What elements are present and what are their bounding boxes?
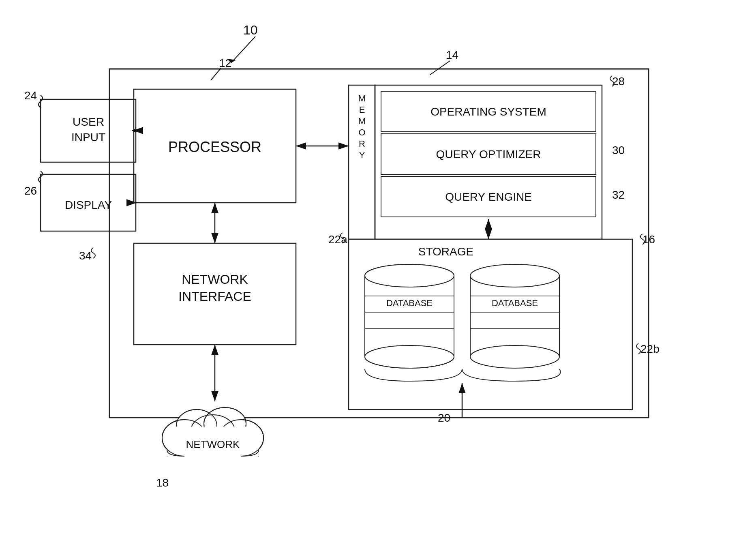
- network-label: NETWORK: [186, 438, 240, 450]
- ref20-label: 20: [438, 412, 450, 424]
- query-engine-label: QUERY ENGINE: [445, 191, 532, 203]
- svg-point-49: [365, 345, 454, 368]
- network-cloud: NETWORK: [162, 407, 263, 458]
- ref10-label: 10: [243, 23, 258, 37]
- svg-line-1: [231, 36, 255, 63]
- ref14-label: 14: [446, 49, 458, 61]
- svg-text:Y: Y: [359, 150, 365, 160]
- ref28-label: 28: [612, 75, 625, 88]
- svg-text:M: M: [358, 116, 366, 126]
- ref22b-label: 22b: [640, 343, 660, 355]
- ref16-label: 16: [642, 233, 655, 246]
- network-interface-label2: INTERFACE: [178, 289, 251, 304]
- svg-point-46: [365, 264, 454, 287]
- processor-label: PROCESSOR: [168, 139, 261, 155]
- svg-line-4: [430, 61, 450, 75]
- svg-line-3: [211, 68, 221, 80]
- svg-rect-45: [365, 276, 454, 357]
- svg-rect-54: [471, 276, 559, 357]
- svg-point-55: [470, 264, 559, 287]
- network-interface-label1: NETWORK: [182, 272, 248, 287]
- svg-text:E: E: [359, 105, 365, 115]
- svg-text:M: M: [358, 93, 366, 103]
- storage-label: STORAGE: [418, 245, 473, 258]
- svg-point-58: [470, 345, 559, 368]
- ref24-label: 24: [24, 89, 37, 102]
- diagram-container: 10 12 14 USER INPUT 24 DISPLAY 26 PROCES…: [0, 0, 756, 551]
- database1-label: DATABASE: [386, 298, 433, 308]
- database2-label: DATABASE: [492, 298, 538, 308]
- os-label: OPERATING SYSTEM: [430, 105, 546, 118]
- ref18-label: 18: [156, 476, 169, 489]
- ref30-label: 30: [612, 144, 625, 157]
- ref32-label: 32: [612, 189, 625, 201]
- svg-text:R: R: [359, 139, 365, 149]
- ref26-label: 26: [24, 184, 37, 197]
- query-optimizer-label: QUERY OPTIMIZER: [436, 148, 541, 161]
- ref12-label: 12: [219, 57, 231, 69]
- display-label: DISPLAY: [65, 199, 112, 211]
- svg-text:O: O: [358, 127, 365, 137]
- ref34-label: 34: [79, 249, 92, 262]
- user-input-label: USER: [73, 116, 104, 128]
- user-input-label2: INPUT: [71, 131, 105, 144]
